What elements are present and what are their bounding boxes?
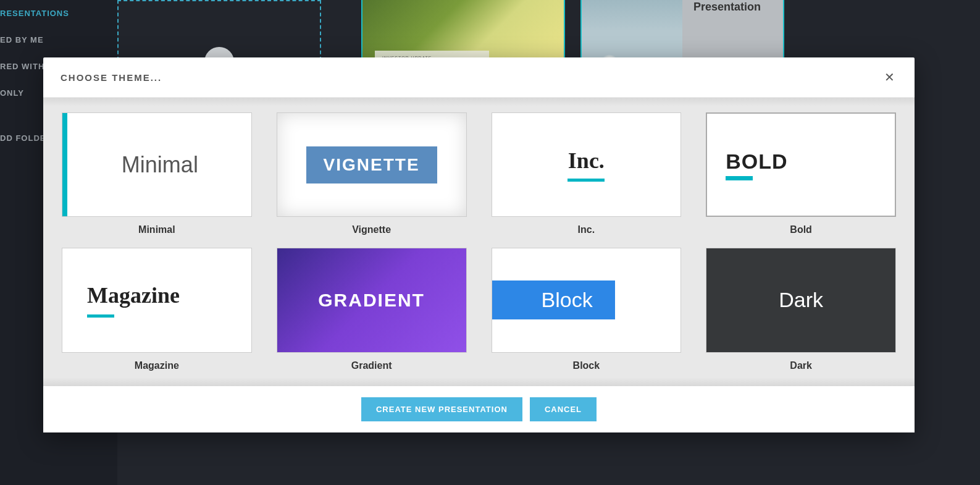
theme-label: Vignette — [352, 224, 391, 235]
sidebar-item-owned[interactable]: ED BY ME — [0, 27, 117, 53]
modal-footer: CREATE NEW PRESENTATION CANCEL — [43, 386, 915, 432]
theme-preview: Block — [492, 248, 682, 352]
theme-preview: Minimal — [62, 112, 252, 217]
theme-preview: Dark — [706, 248, 896, 352]
theme-display-text: GRADIENT — [318, 290, 425, 311]
modal-body: Minimal Minimal VIGNETTE Vignette Inc. I… — [43, 98, 915, 386]
accent-bar — [567, 179, 605, 182]
theme-label: Dark — [790, 360, 812, 371]
create-presentation-button[interactable]: CREATE NEW PRESENTATION — [361, 397, 522, 421]
theme-label: Block — [573, 360, 600, 371]
modal-title: CHOOSE THEME... — [61, 72, 162, 83]
theme-display-text: BOLD — [726, 150, 787, 174]
cancel-button[interactable]: CANCEL — [530, 397, 597, 421]
theme-dark[interactable]: Dark Dark — [706, 248, 896, 371]
accent-bar — [87, 314, 114, 318]
theme-preview: GRADIENT — [277, 248, 467, 352]
theme-inc[interactable]: Inc. Inc. — [492, 112, 682, 235]
theme-label: Inc. — [578, 224, 595, 235]
theme-label: Gradient — [351, 360, 392, 371]
close-icon[interactable]: ✕ — [882, 67, 897, 87]
theme-display-text: Magazine — [87, 282, 180, 308]
theme-gradient[interactable]: GRADIENT Gradient — [277, 248, 467, 371]
theme-preview: BOLD — [706, 112, 896, 217]
theme-display-text: Minimal — [122, 152, 198, 178]
theme-label: Magazine — [135, 360, 179, 371]
theme-bold[interactable]: BOLD Bold — [706, 112, 896, 235]
theme-display-text: Dark — [779, 288, 823, 312]
theme-label: Bold — [790, 224, 812, 235]
modal-header: CHOOSE THEME... ✕ — [43, 57, 915, 98]
theme-grid: Minimal Minimal VIGNETTE Vignette Inc. I… — [62, 112, 896, 371]
theme-label: Minimal — [138, 224, 175, 235]
theme-display-text: Inc. — [568, 148, 605, 174]
choose-theme-modal: CHOOSE THEME... ✕ Minimal Minimal VIGNET… — [43, 57, 915, 432]
theme-display-text: Block — [492, 280, 615, 319]
theme-preview: VIGNETTE — [277, 112, 467, 217]
theme-vignette[interactable]: VIGNETTE Vignette — [277, 112, 467, 235]
theme-magazine[interactable]: Magazine Magazine — [62, 248, 252, 371]
accent-bar — [726, 176, 753, 180]
theme-display-text: VIGNETTE — [306, 146, 437, 183]
theme-preview: Inc. — [492, 112, 682, 217]
theme-preview: Magazine — [62, 248, 252, 352]
accent-bar — [62, 113, 67, 216]
theme-block[interactable]: Block Block — [492, 248, 682, 371]
sidebar-item-presentations[interactable]: RESENTATIONS — [0, 0, 117, 27]
theme-minimal[interactable]: Minimal Minimal — [62, 112, 252, 235]
